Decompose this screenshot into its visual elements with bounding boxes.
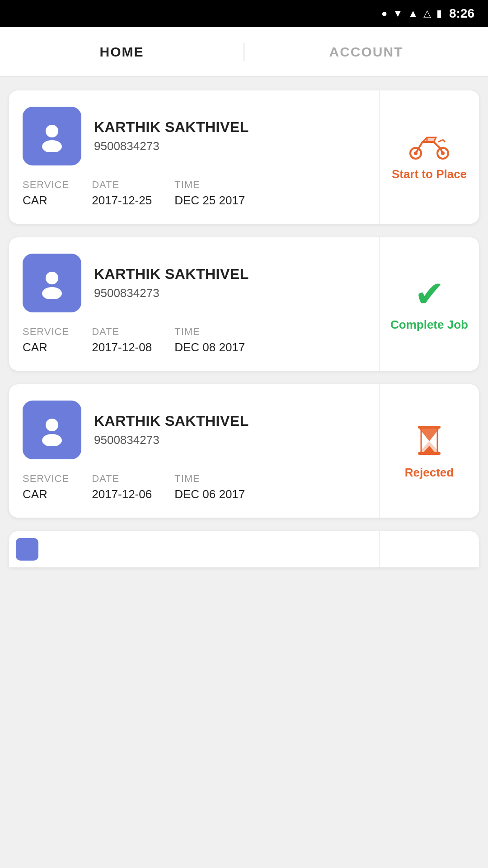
nav-tab-home[interactable]: HOME — [0, 27, 244, 76]
user-info-3: KARTHIK SAKTHIVEL 9500834273 — [23, 401, 366, 459]
partial-card-left — [9, 531, 380, 567]
svg-rect-12 — [418, 426, 441, 429]
status-label-3: Rejected — [405, 466, 454, 480]
status-bar: ● ▼ ▲ △ ▮ 8:26 — [0, 0, 488, 27]
time-value-1: DEC 25 2017 — [174, 193, 245, 208]
date-value-2: 2017-12-08 — [92, 340, 152, 354]
partial-card-inner — [9, 531, 479, 567]
status-label-1: Start to Place — [392, 167, 467, 181]
user-info-2: KARTHIK SAKTHIVEL 9500834273 — [23, 254, 366, 312]
partial-card-right — [380, 531, 479, 567]
user-name-2: KARTHIK SAKTHIVEL — [94, 266, 249, 283]
card-2-right[interactable]: ✔ Complete Job — [380, 237, 479, 371]
user-details-1: KARTHIK SAKTHIVEL 9500834273 — [94, 119, 249, 153]
service-value-2: CAR — [23, 340, 69, 354]
battery-icon: ▮ — [436, 8, 442, 19]
service-item-2: SERVICE CAR — [23, 326, 69, 354]
time-value-3: DEC 06 2017 — [174, 487, 245, 501]
card-3-right[interactable]: Rejected — [380, 384, 479, 518]
user-details-3: KARTHIK SAKTHIVEL 9500834273 — [94, 413, 249, 447]
svg-rect-13 — [418, 452, 441, 455]
avatar-3 — [23, 401, 81, 459]
service-item-3: SERVICE CAR — [23, 473, 69, 501]
hourglass-icon-wrap — [411, 422, 447, 460]
avatar-2 — [23, 254, 81, 312]
location-icon: ● — [381, 8, 387, 19]
card-2-left: KARTHIK SAKTHIVEL 9500834273 SERVICE CAR… — [9, 237, 380, 371]
svg-line-7 — [443, 140, 445, 142]
checkmark-icon: ✔ — [414, 274, 445, 314]
time-label-3: TIME — [174, 473, 245, 485]
svg-point-10 — [46, 419, 58, 431]
card-1-left: KARTHIK SAKTHIVEL 9500834273 SERVICE CAR… — [9, 90, 380, 224]
svg-point-8 — [46, 272, 58, 284]
job-card-3: KARTHIK SAKTHIVEL 9500834273 SERVICE CAR… — [9, 384, 479, 518]
hourglass-icon — [411, 422, 447, 458]
svg-point-11 — [42, 434, 62, 446]
service-value-3: CAR — [23, 487, 69, 501]
signal-icon: ▲ — [408, 8, 418, 19]
svg-point-0 — [46, 125, 58, 137]
motorcycle-icon — [407, 133, 452, 160]
wifi-icon: ▼ — [393, 8, 403, 19]
motorcycle-icon-wrap — [407, 133, 452, 162]
partial-avatar — [16, 538, 38, 561]
card-3-left: KARTHIK SAKTHIVEL 9500834273 SERVICE CAR… — [9, 384, 380, 518]
svg-point-1 — [42, 140, 62, 152]
date-value-1: 2017-12-25 — [92, 193, 152, 208]
status-label-2: Complete Job — [390, 318, 468, 332]
time-item-2: TIME DEC 08 2017 — [174, 326, 245, 354]
partial-card — [9, 531, 479, 567]
status-time: 8:26 — [449, 6, 474, 21]
service-label-3: SERVICE — [23, 473, 69, 485]
user-phone-3: 9500834273 — [94, 433, 249, 447]
user-name-3: KARTHIK SAKTHIVEL — [94, 413, 249, 429]
svg-point-9 — [42, 287, 62, 299]
service-item-1: SERVICE CAR — [23, 179, 69, 208]
service-row-2: SERVICE CAR DATE 2017-12-08 TIME DEC 08 … — [23, 326, 366, 354]
time-item-3: TIME DEC 06 2017 — [174, 473, 245, 501]
service-value-1: CAR — [23, 193, 69, 208]
time-label-2: TIME — [174, 326, 245, 338]
status-icons: ● ▼ ▲ △ ▮ — [381, 8, 442, 19]
user-details-2: KARTHIK SAKTHIVEL 9500834273 — [94, 266, 249, 300]
date-value-3: 2017-12-06 — [92, 487, 152, 501]
nav-home-label: HOME — [100, 44, 144, 60]
date-item-3: DATE 2017-12-06 — [92, 473, 152, 501]
job-card-1: KARTHIK SAKTHIVEL 9500834273 SERVICE CAR… — [9, 90, 479, 224]
date-label-1: DATE — [92, 179, 152, 191]
time-item-1: TIME DEC 25 2017 — [174, 179, 245, 208]
date-item-2: DATE 2017-12-08 — [92, 326, 152, 354]
main-content: KARTHIK SAKTHIVEL 9500834273 SERVICE CAR… — [0, 77, 488, 581]
top-nav: HOME ACCOUNT — [0, 27, 488, 77]
date-label-3: DATE — [92, 473, 152, 485]
date-item-1: DATE 2017-12-25 — [92, 179, 152, 208]
service-row-1: SERVICE CAR DATE 2017-12-25 TIME DEC 25 … — [23, 179, 366, 208]
user-phone-2: 9500834273 — [94, 286, 249, 300]
avatar-1 — [23, 107, 81, 165]
user-info-1: KARTHIK SAKTHIVEL 9500834273 — [23, 107, 366, 165]
service-label-1: SERVICE — [23, 179, 69, 191]
time-label-1: TIME — [174, 179, 245, 191]
date-label-2: DATE — [92, 326, 152, 338]
user-phone-1: 9500834273 — [94, 139, 249, 153]
user-name-1: KARTHIK SAKTHIVEL — [94, 119, 249, 136]
signal2-icon: △ — [423, 8, 431, 19]
job-card-2: KARTHIK SAKTHIVEL 9500834273 SERVICE CAR… — [9, 237, 479, 371]
checkmark-icon-wrap: ✔ — [414, 276, 445, 312]
svg-line-6 — [438, 140, 443, 142]
service-label-2: SERVICE — [23, 326, 69, 338]
nav-tab-account[interactable]: ACCOUNT — [244, 27, 488, 76]
time-value-2: DEC 08 2017 — [174, 340, 245, 354]
service-row-3: SERVICE CAR DATE 2017-12-06 TIME DEC 06 … — [23, 473, 366, 501]
nav-account-label: ACCOUNT — [329, 44, 404, 60]
card-1-right[interactable]: Start to Place — [380, 90, 479, 224]
